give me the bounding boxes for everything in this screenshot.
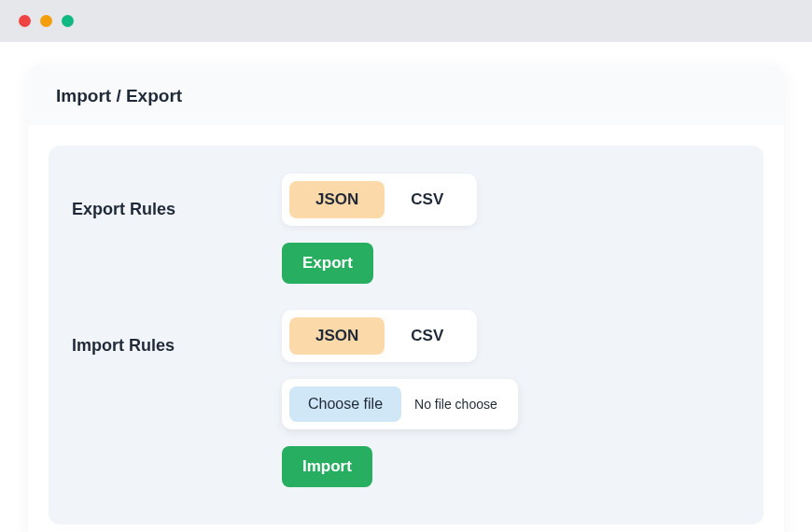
card-title: Import / Export (56, 86, 756, 106)
inner-panel: Export Rules JSON CSV Export Import Rule… (49, 146, 763, 525)
card-header: Import / Export (28, 65, 784, 125)
export-rules-label: Export Rules (72, 174, 282, 219)
window-close-button[interactable] (19, 15, 31, 27)
window-minimize-button[interactable] (40, 15, 52, 27)
import-controls: JSON CSV Choose file No file choose Impo… (282, 310, 518, 487)
card-body: Export Rules JSON CSV Export Import Rule… (28, 125, 784, 532)
page-container: Import / Export Export Rules JSON CSV Ex… (0, 42, 812, 532)
export-row: Export Rules JSON CSV Export (72, 174, 740, 284)
import-format-csv[interactable]: CSV (385, 317, 469, 355)
import-export-card: Import / Export Export Rules JSON CSV Ex… (28, 65, 784, 532)
choose-file-button[interactable]: Choose file (289, 386, 401, 422)
export-format-json[interactable]: JSON (289, 181, 385, 218)
file-chooser: Choose file No file choose (282, 379, 518, 429)
import-row: Import Rules JSON CSV Choose file No fil… (72, 310, 740, 487)
export-format-toggle: JSON CSV (282, 174, 477, 226)
import-format-json[interactable]: JSON (289, 317, 385, 355)
export-format-csv[interactable]: CSV (385, 181, 469, 218)
import-format-toggle: JSON CSV (282, 310, 477, 362)
import-rules-label: Import Rules (72, 310, 282, 356)
window-title-bar (0, 0, 812, 42)
window-maximize-button[interactable] (62, 15, 74, 27)
file-status-text: No file choose (414, 397, 511, 412)
export-button[interactable]: Export (282, 243, 373, 284)
export-controls: JSON CSV Export (282, 174, 477, 284)
import-button[interactable]: Import (282, 446, 372, 487)
